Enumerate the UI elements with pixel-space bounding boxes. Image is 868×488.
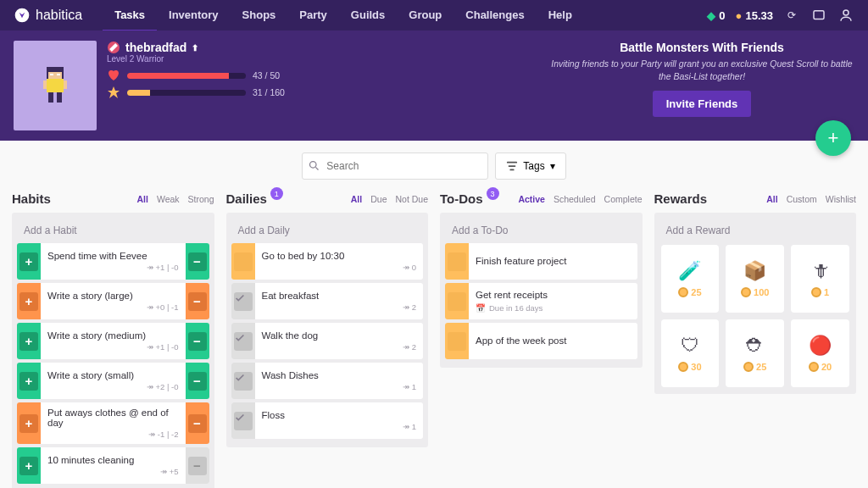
plus-button[interactable]: +	[19, 372, 38, 391]
gold-count[interactable]: ●15.33	[736, 9, 773, 22]
filter-due[interactable]: Due	[370, 194, 387, 204]
task-left-control[interactable]: +	[17, 402, 41, 444]
reward-card[interactable]: 🔴20	[791, 319, 849, 387]
task-content: Put aways clothes @ end of day↠ -1 | -2	[41, 402, 186, 444]
task-right-control[interactable]: −	[186, 447, 209, 484]
task-streak: ↠ +5	[47, 467, 179, 476]
reward-card[interactable]: 🛡30	[661, 319, 720, 387]
task-row[interactable]: Get rent receipts📅Due in 16 days	[445, 283, 637, 319]
task-row[interactable]: Wash Dishes↠ 1	[231, 363, 424, 399]
nav-tab-shops[interactable]: Shops	[231, 0, 288, 31]
filter-strong[interactable]: Strong	[188, 194, 214, 204]
task-left-control[interactable]: +	[17, 447, 41, 484]
task-checkbox[interactable]	[448, 332, 466, 351]
brand-logo[interactable]: habitica	[14, 7, 82, 24]
task-checkbox[interactable]	[234, 332, 253, 351]
sync-icon[interactable]: ⟳	[783, 7, 800, 24]
task-row[interactable]: Walk the dog↠ 2	[231, 323, 424, 359]
minus-button[interactable]: −	[188, 292, 207, 311]
nav-tab-challenges[interactable]: Challenges	[453, 0, 536, 31]
task-left-control[interactable]	[231, 363, 255, 399]
nav-tab-party[interactable]: Party	[287, 0, 339, 31]
reward-card[interactable]: 🗡1	[791, 245, 849, 313]
filter-all[interactable]: All	[766, 194, 777, 204]
nav-tab-tasks[interactable]: Tasks	[103, 0, 157, 31]
add-habits-input[interactable]: Add a Habit	[17, 218, 209, 243]
nav-tab-guilds[interactable]: Guilds	[339, 0, 397, 31]
minus-button[interactable]: −	[188, 332, 207, 351]
reward-card[interactable]: 🧪25	[661, 245, 720, 313]
task-row[interactable]: +Spend time with Eevee↠ +1 | -0−	[17, 243, 209, 280]
task-row[interactable]: +Put aways clothes @ end of day↠ -1 | -2…	[17, 402, 209, 444]
task-row[interactable]: +10 minutes cleaning↠ +5−	[17, 447, 209, 484]
profile-icon[interactable]	[837, 7, 854, 24]
plus-button[interactable]: +	[19, 252, 38, 271]
task-left-control[interactable]: +	[17, 243, 41, 280]
task-checkbox[interactable]	[234, 252, 253, 271]
task-row[interactable]: +Write a story (medium)↠ +1 | -0−	[17, 323, 209, 359]
task-row[interactable]: App of the week post	[445, 323, 637, 359]
invite-friends-button[interactable]: Invite Friends	[653, 91, 752, 117]
task-left-control[interactable]	[231, 402, 255, 439]
filter-wishlist[interactable]: Wishlist	[826, 194, 856, 204]
filter-not-due[interactable]: Not Due	[395, 194, 428, 204]
nav-tab-help[interactable]: Help	[537, 0, 584, 31]
notifications-icon[interactable]	[810, 7, 827, 24]
filter-all[interactable]: All	[351, 194, 362, 204]
nav-tab-group[interactable]: Group	[397, 0, 453, 31]
task-checkbox[interactable]	[448, 292, 466, 311]
task-left-control[interactable]	[445, 283, 469, 319]
gems-count[interactable]: ◆0	[707, 9, 725, 22]
task-row[interactable]: Floss↠ 1	[231, 402, 424, 439]
reward-card[interactable]: ⛑25	[726, 319, 784, 387]
filter-scheduled[interactable]: Scheduled	[554, 194, 596, 204]
task-left-control[interactable]: +	[17, 283, 41, 319]
task-left-control[interactable]: +	[17, 323, 41, 359]
avatar[interactable]	[14, 41, 97, 130]
task-row[interactable]: Eat breakfast↠ 2	[231, 283, 424, 319]
minus-button[interactable]: −	[188, 414, 207, 433]
task-row[interactable]: +Write a story (small)↠ +2 | -0−	[17, 363, 209, 399]
nav-tab-inventory[interactable]: Inventory	[157, 0, 231, 31]
filter-custom[interactable]: Custom	[787, 194, 817, 204]
minus-button[interactable]: −	[188, 372, 207, 391]
task-left-control[interactable]: +	[17, 363, 41, 399]
plus-button[interactable]: +	[19, 457, 38, 475]
task-right-control[interactable]: −	[186, 323, 209, 359]
filter-all[interactable]: All	[136, 194, 147, 204]
task-row[interactable]: Go to bed by 10:30↠ 0	[231, 243, 424, 280]
minus-button[interactable]: −	[188, 252, 207, 271]
add-task-fab[interactable]: +	[815, 120, 851, 156]
task-left-control[interactable]	[231, 243, 255, 280]
filter-active[interactable]: Active	[518, 194, 545, 204]
task-checkbox[interactable]	[234, 412, 253, 430]
player-header: thebradfad ⬆ Level 2 Warrior 43 / 50 31 …	[0, 30, 868, 141]
task-checkbox[interactable]	[234, 292, 253, 311]
plus-button[interactable]: +	[19, 292, 38, 311]
add-todos-input[interactable]: Add a To-Do	[445, 218, 637, 243]
minus-button[interactable]: −	[188, 457, 207, 475]
add-dailies-input[interactable]: Add a Daily	[231, 218, 424, 243]
plus-button[interactable]: +	[19, 332, 38, 351]
plus-button[interactable]: +	[19, 414, 38, 433]
filter-weak[interactable]: Weak	[157, 194, 180, 204]
task-checkbox[interactable]	[234, 372, 253, 391]
task-right-control[interactable]: −	[186, 243, 209, 280]
task-row[interactable]: Finish feature project	[445, 243, 637, 280]
task-checkbox[interactable]	[448, 252, 466, 271]
task-row[interactable]: +Write a story (large)↠ +0 | -1−	[17, 283, 209, 319]
filter-complete[interactable]: Complete	[604, 194, 643, 204]
task-left-control[interactable]	[231, 323, 255, 359]
task-right-control[interactable]: −	[186, 363, 209, 399]
search-input[interactable]	[302, 152, 488, 180]
task-right-control[interactable]: −	[186, 283, 209, 319]
player-level: Level 2 Warrior	[107, 54, 344, 64]
task-left-control[interactable]	[445, 243, 469, 280]
task-right-control[interactable]: −	[186, 402, 209, 444]
reward-card[interactable]: 📦100	[726, 245, 784, 313]
task-left-control[interactable]	[445, 323, 469, 359]
chevron-down-icon: ▾	[550, 160, 555, 172]
tags-filter-button[interactable]: Tags ▾	[495, 152, 565, 180]
task-left-control[interactable]	[231, 283, 255, 319]
add-rewards-input[interactable]: Add a Reward	[659, 218, 852, 243]
